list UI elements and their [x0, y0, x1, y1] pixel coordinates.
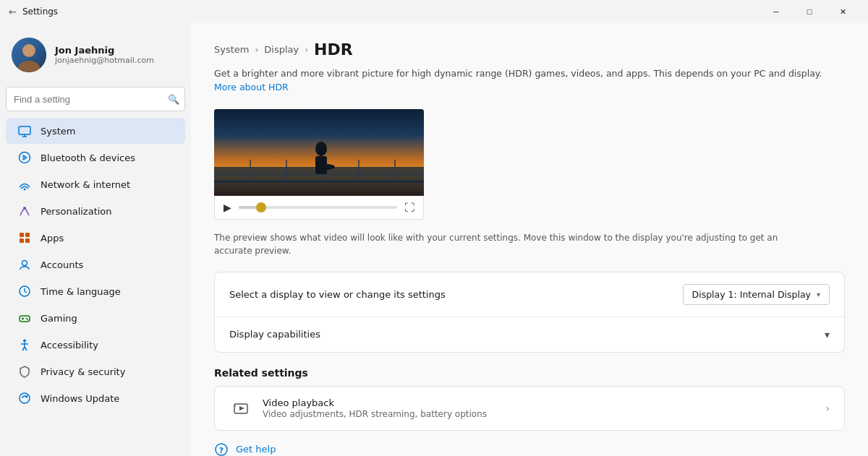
privacy-icon	[17, 364, 32, 379]
page-title: HDR	[314, 40, 353, 59]
video-playback-desc: Video adjustments, HDR streaming, batter…	[263, 409, 487, 419]
back-button[interactable]: ←	[9, 7, 17, 17]
sidebar-item-privacy-label: Privacy & security	[41, 366, 125, 377]
get-help-row[interactable]: ? Get help	[214, 442, 845, 457]
svg-rect-18	[20, 316, 30, 322]
svg-point-8	[24, 189, 26, 191]
display-selector-label: Select a display to view or change its s…	[229, 289, 446, 300]
accessibility-icon	[17, 337, 32, 352]
svg-line-26	[22, 347, 25, 350]
sidebar-item-accessibility-label: Accessibility	[41, 340, 98, 350]
sidebar-item-bluetooth-label: Bluetooth & devices	[41, 152, 135, 163]
user-info: Jon Jaehnig jonjaehnig@hotmail.com	[55, 45, 179, 65]
progress-thumb	[256, 202, 266, 212]
close-button[interactable]: ✕	[826, 0, 859, 23]
sidebar-item-personalization[interactable]: Personalization	[6, 198, 185, 224]
breadcrumb-system[interactable]: System	[214, 44, 249, 55]
breadcrumb: System › Display › HDR	[214, 40, 845, 59]
svg-line-17	[25, 291, 27, 293]
minimize-button[interactable]: ─	[760, 0, 793, 23]
svg-rect-13	[25, 238, 30, 243]
svg-point-9	[23, 207, 26, 210]
setting-row-chevron-icon: ›	[825, 403, 830, 414]
display-capabilities-row[interactable]: Display capabilities ▾	[215, 317, 844, 352]
sidebar-item-system-label: System	[41, 126, 75, 137]
display-capabilities-label: Display capabilities	[229, 329, 320, 340]
system-icon	[17, 124, 32, 138]
sidebar-item-gaming-label: Gaming	[41, 313, 77, 324]
app-body: Jon Jaehnig jonjaehnig@hotmail.com 🔍 Sys…	[0, 23, 868, 456]
gaming-icon	[17, 311, 32, 325]
network-icon	[17, 177, 32, 192]
svg-rect-12	[20, 238, 24, 243]
sidebar-item-time[interactable]: Time & language	[6, 278, 185, 304]
preview-note: The preview shows what video will look l…	[214, 231, 793, 257]
svg-point-22	[27, 319, 28, 320]
play-button[interactable]: ▶	[224, 202, 231, 213]
fullscreen-button[interactable]: ⛶	[404, 202, 414, 213]
get-help-label: Get help	[236, 444, 276, 455]
sidebar-item-time-label: Time & language	[41, 286, 121, 297]
related-settings-title: Related settings	[214, 367, 845, 379]
accounts-icon	[17, 257, 32, 272]
svg-point-40	[318, 164, 335, 170]
sidebar-item-gaming[interactable]: Gaming	[6, 305, 185, 331]
sidebar-item-accessibility[interactable]: Accessibility	[6, 332, 185, 358]
user-profile[interactable]: Jon Jaehnig jonjaehnig@hotmail.com	[0, 29, 191, 81]
time-icon	[17, 284, 32, 298]
sidebar-item-accounts[interactable]: Accounts	[6, 251, 185, 278]
svg-rect-3	[19, 126, 30, 134]
personalization-icon	[17, 204, 32, 218]
sidebar-item-privacy[interactable]: Privacy & security	[6, 358, 185, 384]
more-about-hdr-link[interactable]: More about HDR	[214, 82, 289, 93]
sidebar-item-personalization-label: Personalization	[41, 206, 112, 217]
sidebar-item-accounts-label: Accounts	[41, 259, 83, 270]
sidebar-item-apps[interactable]: Apps	[6, 225, 185, 251]
display-dropdown[interactable]: Display 1: Internal Display ▾	[683, 284, 830, 305]
window-title: Settings	[22, 7, 58, 17]
video-playback-title: Video playback	[263, 397, 487, 408]
page-subtitle: Get a brighter and more vibrant picture …	[214, 67, 845, 95]
title-bar-left: ← Settings	[9, 7, 58, 17]
avatar	[12, 38, 46, 72]
svg-marker-42	[239, 406, 244, 410]
sidebar-item-update-label: Windows Update	[41, 393, 119, 404]
display-selector-row: Select a display to view or change its s…	[215, 272, 844, 317]
sidebar-item-network-label: Network & internet	[41, 179, 130, 190]
apps-icon	[17, 231, 32, 245]
video-playback-row[interactable]: Video playback Video adjustments, HDR st…	[214, 386, 845, 431]
svg-text:?: ?	[219, 445, 224, 455]
video-controls: ▶ ⛶	[214, 196, 424, 220]
setting-row-left: Video playback Video adjustments, HDR st…	[229, 397, 487, 420]
expand-chevron-icon: ▾	[825, 329, 830, 340]
svg-point-21	[26, 318, 27, 319]
user-email: jonjaehnig@hotmail.com	[55, 56, 179, 65]
maximize-button[interactable]: □	[793, 0, 826, 23]
svg-point-14	[22, 261, 27, 266]
search-icon: 🔍	[168, 94, 179, 105]
video-frame	[214, 109, 424, 196]
sidebar-item-apps-label: Apps	[41, 233, 64, 244]
breadcrumb-display[interactable]: Display	[264, 44, 299, 55]
update-icon	[17, 391, 32, 405]
breadcrumb-sep-2: ›	[305, 45, 308, 55]
svg-point-38	[315, 142, 327, 156]
sidebar-item-system[interactable]: System	[6, 118, 185, 144]
svg-rect-10	[20, 233, 24, 237]
search-input[interactable]	[6, 87, 185, 111]
sidebar-nav: System Bluetooth & devices	[0, 117, 191, 412]
progress-track[interactable]	[239, 206, 397, 209]
display-dropdown-value: Display 1: Internal Display	[692, 289, 811, 300]
main-content: System › Display › HDR Get a brighter an…	[191, 23, 868, 456]
sidebar-item-network[interactable]: Network & internet	[6, 171, 185, 197]
sidebar-item-bluetooth[interactable]: Bluetooth & devices	[6, 145, 185, 171]
search-box: 🔍	[6, 87, 185, 111]
svg-point-28	[20, 393, 30, 403]
sidebar-item-update[interactable]: Windows Update	[6, 385, 185, 411]
bluetooth-icon	[17, 150, 32, 165]
svg-point-23	[23, 340, 26, 343]
svg-line-27	[25, 347, 27, 350]
svg-point-1	[22, 44, 35, 57]
video-preview-container: ▶ ⛶	[214, 109, 845, 220]
user-name: Jon Jaehnig	[55, 45, 179, 56]
